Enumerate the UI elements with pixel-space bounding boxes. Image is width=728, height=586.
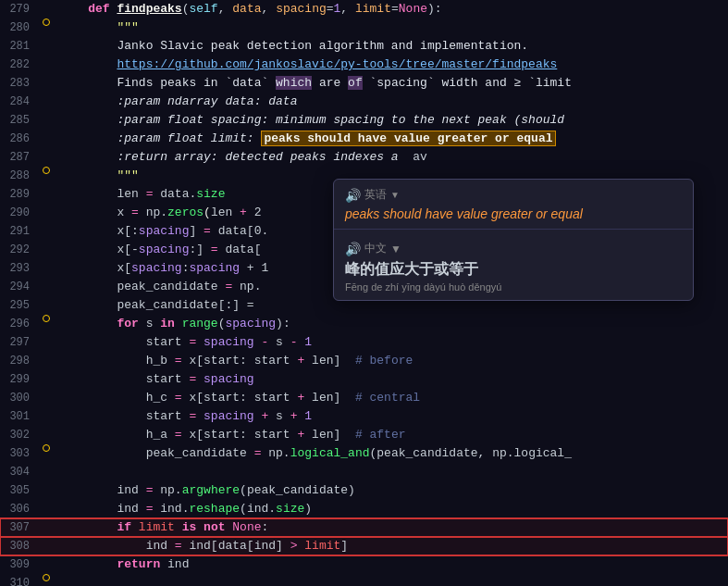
line-300: 300 h_c = x[start: start + len] # centra…	[0, 389, 728, 407]
line-279: 279 def findpeaks(self, data, spacing=1,…	[0, 0, 728, 19]
line-286: 286 :param float limit: peaks should hav…	[0, 130, 728, 148]
translation-popup: 🔊 英语 ▼ peaks should have value greater o…	[333, 179, 694, 301]
sound-icon-zh[interactable]: 🔊	[345, 242, 361, 256]
english-section: 🔊 英语 ▼ peaks should have value greater o…	[334, 180, 693, 229]
chinese-section: 🔊 中文 ▼ 峰的值应大于或等于 Fēng de zhí yīng dàyú h…	[334, 230, 693, 300]
line-282: 282 https://github.com/jankoslavic/py-to…	[0, 56, 728, 74]
line-305: 305 ind = np.argwhere(peak_candidate)	[0, 481, 728, 500]
line-306: 306 ind = ind.reshape(ind.size)	[0, 500, 728, 518]
line-284: 284 :param ndarray data: data	[0, 93, 728, 111]
line-299: 299 start = spacing	[0, 370, 728, 389]
line-281: 281 Janko Slavic peak detection algorith…	[0, 37, 728, 56]
line-283: 283 Finds peaks in `data` which are of `…	[0, 74, 728, 93]
english-translation: peaks should have value greater or equal	[345, 206, 682, 221]
line-308: 308 ind = ind[data[ind] > limit]	[0, 537, 728, 555]
line-280: 280 """	[0, 19, 728, 37]
line-310: 310	[0, 574, 728, 586]
line-298: 298 h_b = x[start: start + len] # before	[0, 352, 728, 370]
code-editor: 279 def findpeaks(self, data, spacing=1,…	[0, 0, 728, 586]
line-297: 297 start = spacing - s - 1	[0, 333, 728, 352]
chinese-translation: 峰的值应大于或等于	[345, 260, 682, 280]
line-307: 307 if limit is not None:	[0, 518, 728, 537]
line-285: 285 :param float spacing: minimum spacin…	[0, 111, 728, 130]
pinyin-text: Fēng de zhí yīng dàyú huò děngyú	[345, 281, 682, 293]
sound-icon-en[interactable]: 🔊	[345, 188, 361, 203]
line-301: 301 start = spacing + s + 1	[0, 407, 728, 426]
line-287: 287 :return array: detected peaks indexe…	[0, 148, 728, 167]
line-296: 296 for s in range(spacing):	[0, 315, 728, 333]
english-label: 🔊 英语 ▼	[345, 187, 682, 203]
line-309: 309 return ind	[0, 555, 728, 574]
line-304: 304	[0, 463, 728, 481]
line-302: 302 h_a = x[start: start + len] # after	[0, 426, 728, 444]
chinese-label: 🔊 中文 ▼	[345, 241, 682, 256]
line-303: 303 peak_candidate = np.logical_and(peak…	[0, 444, 728, 463]
